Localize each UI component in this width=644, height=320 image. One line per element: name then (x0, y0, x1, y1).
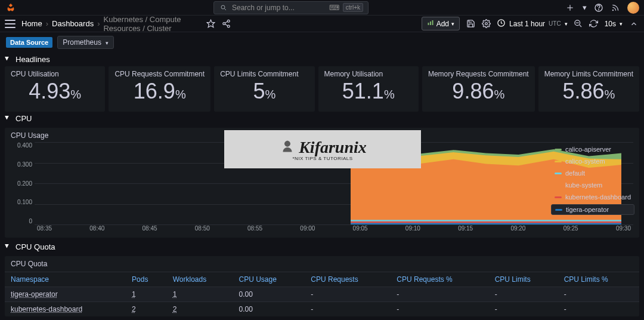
star-icon[interactable] (206, 19, 215, 29)
legend-item[interactable]: calico-apiserver (551, 144, 634, 154)
menu-toggle-icon[interactable] (5, 20, 16, 28)
chevron-down-icon[interactable]: ▾ (582, 3, 587, 13)
legend-item[interactable]: default (551, 168, 634, 178)
stat-value: 5% (220, 81, 308, 102)
search-shortcut: ctrl+k (343, 3, 363, 12)
zoom-out-icon[interactable] (574, 19, 583, 29)
time-range-button[interactable]: Last 1 hour UTC ▾ (497, 19, 568, 29)
cell-cpu-limits: - (489, 287, 558, 302)
legend-swatch (555, 173, 562, 174)
stat-value: 9.86% (428, 81, 529, 102)
cell-cpu-requests: - (305, 302, 391, 317)
legend-label: default (565, 170, 585, 177)
table-column-header[interactable]: Workloads (167, 272, 233, 287)
svg-rect-15 (432, 20, 433, 25)
search-placeholder: Search or jump to... (232, 4, 326, 12)
legend-item[interactable]: calico-system (551, 156, 634, 166)
panel-title: CPU Requests Commitment (114, 70, 205, 78)
table-row[interactable]: kubernetes-dashboard220.00---- (5, 302, 639, 317)
svg-point-8 (227, 20, 230, 22)
gear-icon[interactable] (481, 19, 491, 29)
stat-panel[interactable]: Memory Utilisation51.1% (318, 66, 419, 112)
datasource-select[interactable]: Prometheus ▾ (57, 36, 114, 49)
save-icon[interactable] (466, 19, 475, 29)
stat-panel[interactable]: CPU Requests Commitment16.9% (109, 66, 210, 112)
panel-title: Memory Limits Commitment (544, 70, 633, 78)
svg-rect-14 (430, 21, 431, 25)
chevron-down-icon: ▾ (620, 21, 623, 27)
section-cpu[interactable]: ▸ CPU (0, 112, 644, 125)
stat-panel[interactable]: CPU Utilisation4.93% (5, 66, 105, 112)
add-label: Add (436, 20, 449, 28)
table-column-header[interactable]: CPU Usage (233, 272, 305, 287)
legend-item[interactable]: tigera-operator (551, 204, 634, 215)
cell-cpu-limits-pct: - (558, 302, 639, 317)
table-column-header[interactable]: CPU Requests (305, 272, 391, 287)
chevron-right-icon: › (97, 19, 100, 28)
add-button[interactable]: Add ▾ (422, 17, 460, 30)
cell-cpu-requests-pct: - (391, 287, 488, 302)
cell-cpu-limits: - (489, 302, 558, 317)
svg-point-6 (612, 10, 613, 10)
legend-swatch (555, 161, 562, 162)
crumb-home[interactable]: Home (21, 19, 42, 28)
legend-swatch (555, 184, 562, 186)
svg-line-11 (225, 21, 227, 23)
legend-item[interactable]: kube-system (551, 180, 634, 190)
stat-panel[interactable]: CPU Limits Commitment5% (214, 66, 314, 112)
table-row[interactable]: tigera-operator110.00---- (5, 287, 639, 302)
cell-pods[interactable]: 2 (126, 302, 167, 317)
chart-xaxis: 08:3508:4008:4508:5008:5509:0009:0509:10… (35, 225, 633, 232)
panel-cpu-usage: CPU Usage 0.4000.3000.2000.1000 (5, 128, 639, 238)
timezone-label: UTC (549, 20, 561, 27)
legend-label: kube-system (565, 181, 602, 189)
stat-value: 4.93% (11, 81, 99, 102)
stat-panel[interactable]: Memory Requests Commitment9.86% (422, 66, 535, 112)
chevron-down-icon: ▸ (6, 116, 12, 122)
keyboard-icon: ⌨ (329, 4, 339, 12)
cell-workloads[interactable]: 1 (167, 287, 233, 302)
section-headlines[interactable]: ▸ Headlines (0, 53, 644, 66)
stat-value: 16.9% (114, 81, 205, 102)
legend-item[interactable]: kubernetes-dashboard (551, 192, 634, 202)
avatar[interactable] (627, 2, 639, 14)
legend-swatch (555, 196, 562, 198)
crumb-dashboards[interactable]: Dashboards (52, 19, 94, 28)
time-range-label: Last 1 hour (509, 20, 545, 28)
table-column-header[interactable]: CPU Requests % (391, 272, 488, 287)
svg-line-20 (580, 25, 581, 27)
cell-workloads[interactable]: 2 (167, 302, 233, 317)
chevron-right-icon: › (46, 19, 48, 28)
stat-value: 5.86% (544, 81, 633, 102)
legend-label: calico-system (565, 158, 605, 165)
rss-icon[interactable] (611, 3, 620, 13)
table-column-header[interactable]: CPU Limits % (558, 272, 639, 287)
collapse-icon[interactable] (628, 19, 639, 29)
chevron-down-icon: ▸ (6, 244, 12, 250)
chart-yaxis: 0.4000.3000.2000.1000 (11, 142, 35, 232)
grafana-logo-icon[interactable] (5, 2, 17, 14)
stat-panel[interactable]: Memory Limits Commitment5.86% (538, 66, 639, 112)
refresh-interval-label: 10s (605, 20, 616, 28)
cell-pods[interactable]: 1 (126, 287, 167, 302)
plus-icon[interactable] (565, 3, 575, 13)
legend-swatch (555, 149, 562, 150)
cell-namespace[interactable]: kubernetes-dashboard (5, 302, 126, 317)
cell-namespace[interactable]: tigera-operator (5, 287, 126, 302)
svg-point-16 (485, 23, 487, 25)
refresh-icon[interactable] (589, 19, 599, 29)
table-column-header[interactable]: Namespace (5, 272, 126, 287)
table-column-header[interactable]: CPU Limits (489, 272, 558, 287)
section-title: Headlines (16, 55, 50, 64)
svg-point-5 (599, 10, 599, 10)
table-column-header[interactable]: Pods (126, 272, 167, 287)
help-icon[interactable] (594, 3, 603, 13)
chevron-down-icon: ▾ (565, 21, 568, 27)
watermark: Kifarunix *NIX TIPS & TUTORIALS (224, 130, 421, 168)
refresh-interval-button[interactable]: 10s ▾ (605, 20, 623, 28)
legend-label: calico-apiserver (565, 146, 611, 153)
chevron-down-icon: ▸ (6, 57, 12, 63)
share-icon[interactable] (221, 19, 231, 29)
section-cpu-quota[interactable]: ▸ CPU Quota (0, 240, 644, 254)
global-search-input[interactable]: Search or jump to... ⌨ ctrl+k (213, 1, 369, 14)
